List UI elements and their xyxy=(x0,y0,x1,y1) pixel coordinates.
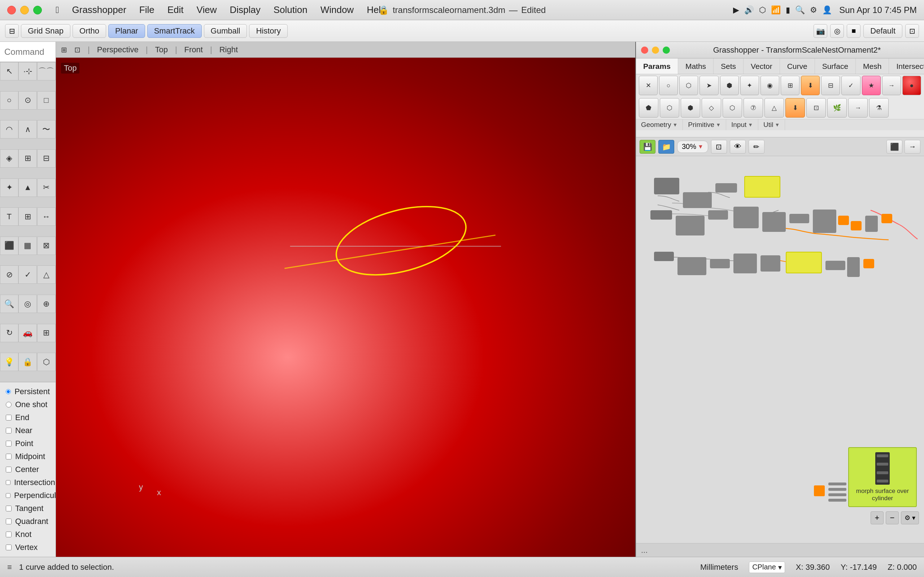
gh-btn2-orange[interactable]: ⬇ xyxy=(785,98,805,118)
control-center-icon[interactable]: ⚙ xyxy=(810,5,817,15)
gh-theme-btn[interactable]: ⬛ xyxy=(887,140,902,154)
gumball-button[interactable]: Gumball xyxy=(204,24,247,38)
gh-cat-geometry[interactable]: Geometry ▼ xyxy=(636,119,683,130)
gh-btn-arrow2[interactable]: → xyxy=(882,76,901,95)
vertex-snap[interactable]: Vertex xyxy=(0,541,56,554)
midpoint-snap[interactable]: Midpoint xyxy=(0,450,56,463)
gh-tab-mesh[interactable]: Mesh xyxy=(856,58,889,74)
knot-checkbox[interactable] xyxy=(6,532,11,537)
gh-arrow-btn[interactable]: → xyxy=(905,140,921,154)
top-tab[interactable]: Top xyxy=(155,45,168,55)
gh-btn2-12[interactable]: ⚗ xyxy=(869,98,888,118)
file-menu[interactable]: File xyxy=(133,0,161,20)
default-button[interactable]: Default xyxy=(863,24,902,38)
gh-node-8[interactable] xyxy=(733,206,759,228)
target-tool[interactable]: ◎ xyxy=(18,295,37,313)
gh-btn-pink[interactable]: ★ xyxy=(862,76,881,95)
gh-btn-orange1[interactable]: ⬇ xyxy=(801,76,820,95)
gh-btn-rect1[interactable]: ⊞ xyxy=(781,76,800,95)
gh-btn-circle1[interactable]: ○ xyxy=(659,76,678,95)
center-snap[interactable]: Center xyxy=(0,463,56,476)
center-checkbox[interactable] xyxy=(6,467,11,472)
maximize-button[interactable] xyxy=(33,6,42,15)
gh-canvas[interactable]: morph surface over cylinder + − ⚙ ▾ xyxy=(636,156,924,543)
front-tab[interactable]: Front xyxy=(184,45,203,55)
star-tool[interactable]: ✦ xyxy=(0,179,18,197)
gh-zoom-arrow[interactable]: ▼ xyxy=(698,143,703,150)
oneshot-radio[interactable] xyxy=(6,402,11,408)
gh-btn-cherry[interactable]: ● xyxy=(902,76,921,95)
box-tool[interactable]: □ xyxy=(37,91,56,110)
extrude-tool[interactable]: ▲ xyxy=(18,179,37,197)
command-input[interactable] xyxy=(0,42,56,62)
cplane-select[interactable]: CPlane ▾ xyxy=(749,561,785,573)
display-menu[interactable]: Display xyxy=(223,0,267,20)
knot-snap[interactable]: Knot xyxy=(0,528,56,541)
gh-tab-params[interactable]: Params xyxy=(636,58,678,74)
gh-fit-btn[interactable]: ⊡ xyxy=(711,140,727,154)
apple-menu[interactable]:  xyxy=(49,0,66,20)
intersection-snap[interactable]: Intersection xyxy=(0,476,56,489)
end-snap[interactable]: End xyxy=(0,411,56,424)
sphere-tool[interactable]: ⊙ xyxy=(18,91,37,110)
gh-orange-node-5[interactable] xyxy=(814,485,825,496)
gh-btn2-11[interactable]: → xyxy=(848,98,868,118)
sidebar-toggle[interactable]: ⊟ xyxy=(5,24,19,38)
intersection-checkbox[interactable] xyxy=(6,480,10,485)
minimize-button[interactable] xyxy=(20,6,29,15)
gh-btn2-10[interactable]: 🌿 xyxy=(827,98,847,118)
gh-btn-circle2[interactable]: ◉ xyxy=(761,76,779,95)
lock-tool[interactable]: 🔒 xyxy=(18,353,37,371)
gh-node-9[interactable] xyxy=(762,212,786,232)
gh-btn-hex1[interactable]: ⬡ xyxy=(679,76,698,95)
gh-node-16[interactable] xyxy=(733,253,757,273)
gh-eye-btn[interactable]: 👁 xyxy=(730,140,746,154)
gh-tab-intersect[interactable]: Intersect xyxy=(889,58,924,74)
dimension-tool[interactable]: ↔ xyxy=(37,207,56,226)
gh-open-btn[interactable]: 📁 xyxy=(658,140,674,154)
history-button[interactable]: History xyxy=(249,24,287,38)
gh-node-5[interactable] xyxy=(650,210,672,220)
gh-btn2-1[interactable]: ⬟ xyxy=(639,98,658,118)
gh-btn-square1[interactable]: ⊟ xyxy=(821,76,840,95)
gh-node-14[interactable] xyxy=(677,257,706,275)
gh-node-19[interactable] xyxy=(847,257,860,277)
polyline-tool[interactable]: ∧ xyxy=(18,120,37,139)
grid-snap-button[interactable]: Grid Snap xyxy=(21,24,70,38)
gh-yellow-node-top[interactable] xyxy=(744,176,780,198)
gh-btn2-5[interactable]: ⬡ xyxy=(723,98,742,118)
tangent-checkbox[interactable] xyxy=(6,506,11,511)
measure-tool[interactable]: ⊘ xyxy=(0,266,18,284)
persistent-radio[interactable] xyxy=(6,389,11,395)
gh-tab-vector[interactable]: Vector xyxy=(743,58,780,74)
gh-node-3[interactable] xyxy=(683,192,712,208)
gh-btn2-4[interactable]: ◇ xyxy=(702,98,721,118)
grasshopper-menu[interactable]: Grasshopper xyxy=(66,0,133,20)
record-tool[interactable]: ⊞ xyxy=(37,324,56,342)
gh-btn-x[interactable]: ✕ xyxy=(639,76,657,95)
surface-tool[interactable]: ◈ xyxy=(0,149,18,168)
gh-zoom-in-btn[interactable]: + xyxy=(871,511,884,524)
perpendicular-snap[interactable]: Perpendicular xyxy=(0,489,56,502)
near-snap[interactable]: Near xyxy=(0,424,56,437)
check-tool[interactable]: ✓ xyxy=(18,266,37,284)
gh-close-button[interactable] xyxy=(641,47,648,54)
gh-zoom-out-btn[interactable]: − xyxy=(886,511,899,524)
camera-icon[interactable]: 📷 xyxy=(814,24,827,38)
render-icon[interactable]: ◎ xyxy=(830,24,844,38)
arc-tool[interactable]: ◠ xyxy=(0,120,18,139)
light-tool[interactable]: 💡 xyxy=(0,353,18,371)
solution-menu[interactable]: Solution xyxy=(267,0,314,20)
gh-node-12[interactable] xyxy=(865,216,878,232)
window-menu[interactable]: Window xyxy=(314,0,360,20)
select-tool[interactable]: ↖ xyxy=(0,62,18,81)
gh-btn2-2[interactable]: ⬡ xyxy=(660,98,679,118)
record-icon[interactable]: ■ xyxy=(847,24,861,38)
near-checkbox[interactable] xyxy=(6,428,11,434)
gh-orange-node-1[interactable] xyxy=(838,216,849,225)
gh-tab-curve[interactable]: Curve xyxy=(780,58,815,74)
gh-cat-util[interactable]: Util ▼ xyxy=(758,119,785,130)
point-checkbox[interactable] xyxy=(6,441,11,446)
shapes-tool[interactable]: ⬡ xyxy=(37,353,56,371)
gh-brush-btn[interactable]: ✏ xyxy=(749,140,764,154)
